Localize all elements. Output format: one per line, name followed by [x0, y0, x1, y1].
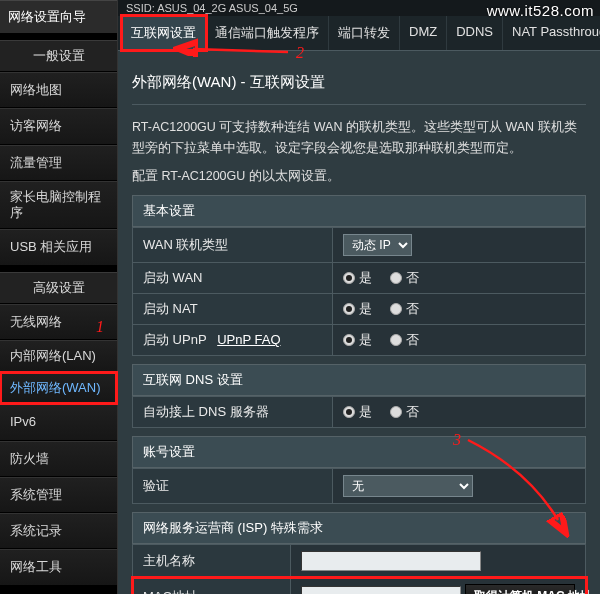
section-isp: 网络服务运营商 (ISP) 特殊需求 — [132, 512, 586, 544]
sidebar-item-syslog[interactable]: 系统记录 — [0, 513, 117, 549]
row-hostname: 主机名称 — [133, 545, 586, 578]
sidebar-item-admin[interactable]: 系统管理 — [0, 477, 117, 513]
radio-icon — [343, 406, 355, 418]
input-mac[interactable] — [301, 586, 461, 594]
radio-auto-dns-yes[interactable]: 是 — [343, 403, 372, 421]
row-auto-dns: 自动接上 DNS 服务器 是 否 — [133, 397, 586, 428]
table-basic: WAN 联机类型 动态 IP 启动 WAN 是 否 启动 NAT — [132, 227, 586, 356]
label-mac: MAC地址 — [133, 578, 291, 594]
radio-icon — [343, 272, 355, 284]
label-auth: 验证 — [133, 469, 333, 504]
sidebar: 网络设置向导 一般设置 网络地图 访客网络 流量管理 家长电脑控制程序 USB … — [0, 0, 118, 594]
tab-bar: 互联网设置 通信端口触发程序 端口转发 DMZ DDNS NAT Passthr… — [118, 16, 600, 51]
radio-enable-nat-no[interactable]: 否 — [390, 300, 419, 318]
page-desc-2: 配置 RT-AC1200GU 的以太网设置。 — [132, 168, 586, 185]
radio-icon — [343, 303, 355, 315]
link-upnp-faq[interactable]: UPnP FAQ — [217, 332, 280, 347]
label-hostname: 主机名称 — [133, 545, 291, 578]
tab-dmz[interactable]: DMZ — [400, 16, 447, 50]
label-enable-nat: 启动 NAT — [133, 294, 333, 325]
label-enable-wan: 启动 WAN — [133, 263, 333, 294]
sidebar-item-nettools[interactable]: 网络工具 — [0, 549, 117, 585]
tab-port-forward[interactable]: 端口转发 — [329, 16, 400, 50]
sidebar-item-lan[interactable]: 内部网络(LAN) — [0, 340, 117, 372]
table-dns: 自动接上 DNS 服务器 是 否 — [132, 396, 586, 428]
page-desc-1: RT-AC1200GU 可支持数种连结 WAN 的联机类型。这些类型可从 WAN… — [132, 117, 586, 158]
section-basic: 基本设置 — [132, 195, 586, 227]
tab-port-trigger[interactable]: 通信端口触发程序 — [206, 16, 329, 50]
label-auto-dns: 自动接上 DNS 服务器 — [133, 397, 333, 428]
radio-icon — [390, 406, 402, 418]
sidebar-section-advanced: 高级设置 — [0, 272, 117, 304]
table-account: 验证 无 — [132, 468, 586, 504]
radio-enable-nat-yes[interactable]: 是 — [343, 300, 372, 318]
radio-icon — [343, 334, 355, 346]
sidebar-wizard[interactable]: 网络设置向导 — [0, 0, 117, 34]
row-auth: 验证 无 — [133, 469, 586, 504]
sidebar-item-traffic[interactable]: 流量管理 — [0, 145, 117, 181]
radio-icon — [390, 334, 402, 346]
watermark-text: www.it528.com — [487, 2, 594, 19]
main-area: SSID: ASUS_04_2G ASUS_04_5G 互联网设置 通信端口触发… — [118, 0, 600, 594]
row-enable-upnp: 启动 UPnP UPnP FAQ 是 否 — [133, 325, 586, 356]
sidebar-item-network-map[interactable]: 网络地图 — [0, 72, 117, 108]
sidebar-item-wireless[interactable]: 无线网络 — [0, 304, 117, 340]
label-wan-type: WAN 联机类型 — [133, 228, 333, 263]
sidebar-item-usb[interactable]: USB 相关应用 — [0, 229, 117, 265]
section-dns: 互联网 DNS 设置 — [132, 364, 586, 396]
input-hostname[interactable] — [301, 551, 481, 571]
row-mac: MAC地址 取得计算机 MAC 地址 — [133, 578, 586, 594]
tab-ddns[interactable]: DDNS — [447, 16, 503, 50]
content: 外部网络(WAN) - 互联网设置 RT-AC1200GU 可支持数种连结 WA… — [118, 51, 600, 594]
sidebar-section-general: 一般设置 — [0, 40, 117, 72]
sidebar-item-wan[interactable]: 外部网络(WAN) — [0, 372, 117, 404]
sidebar-item-ipv6[interactable]: IPv6 — [0, 404, 117, 440]
page-title: 外部网络(WAN) - 互联网设置 — [132, 65, 586, 105]
app-layout: 网络设置向导 一般设置 网络地图 访客网络 流量管理 家长电脑控制程序 USB … — [0, 0, 600, 594]
button-get-mac[interactable]: 取得计算机 MAC 地址 — [465, 584, 575, 594]
label-enable-upnp: 启动 UPnP UPnP FAQ — [133, 325, 333, 356]
radio-enable-wan-yes[interactable]: 是 — [343, 269, 372, 287]
tab-nat-passthrough[interactable]: NAT Passthrough — [503, 16, 600, 50]
sidebar-item-firewall[interactable]: 防火墙 — [0, 441, 117, 477]
sidebar-item-parental[interactable]: 家长电脑控制程序 — [0, 181, 117, 230]
radio-icon — [390, 272, 402, 284]
radio-enable-upnp-no[interactable]: 否 — [390, 331, 419, 349]
radio-icon — [390, 303, 402, 315]
row-enable-wan: 启动 WAN 是 否 — [133, 263, 586, 294]
tab-internet[interactable]: 互联网设置 — [122, 16, 206, 50]
select-auth[interactable]: 无 — [343, 475, 473, 497]
sidebar-item-guest-network[interactable]: 访客网络 — [0, 108, 117, 144]
radio-enable-upnp-yes[interactable]: 是 — [343, 331, 372, 349]
radio-auto-dns-no[interactable]: 否 — [390, 403, 419, 421]
radio-enable-wan-no[interactable]: 否 — [390, 269, 419, 287]
table-isp: 主机名称 MAC地址 取得计算机 MAC 地址 DHCP 查询频率 积极模式 — [132, 544, 586, 594]
row-wan-type: WAN 联机类型 动态 IP — [133, 228, 586, 263]
select-wan-type[interactable]: 动态 IP — [343, 234, 412, 256]
section-account: 账号设置 — [132, 436, 586, 468]
row-enable-nat: 启动 NAT 是 否 — [133, 294, 586, 325]
